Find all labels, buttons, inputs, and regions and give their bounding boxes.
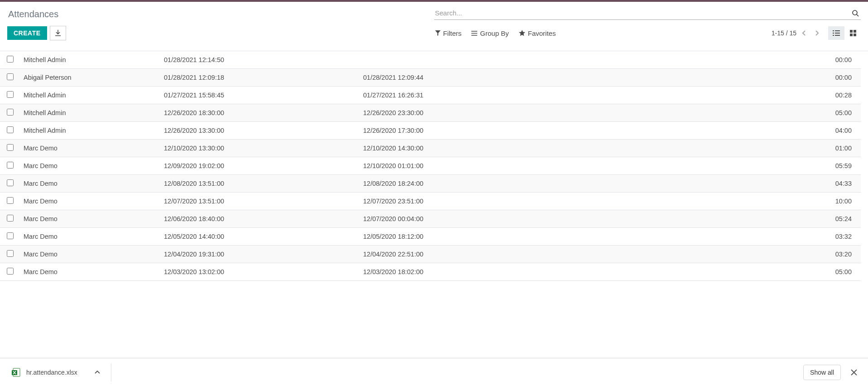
svg-rect-10 [854,34,856,36]
cell-employee: Marc Demo [20,193,160,210]
cell-hours: 05:24 [820,210,861,228]
download-chevron[interactable] [95,371,100,374]
cell-checkout [360,51,820,69]
svg-rect-6 [835,35,840,36]
cell-employee: Mitchell Admin [20,122,160,140]
table-row[interactable]: Marc Demo12/10/2020 13:30:0012/10/2020 1… [0,140,861,157]
svg-rect-7 [850,30,853,33]
favorites-button[interactable]: Favorites [519,29,556,37]
table-row[interactable]: Marc Demo12/06/2020 18:40:0012/07/2020 0… [0,210,861,228]
groupby-button[interactable]: Group By [471,29,508,37]
row-checkbox[interactable] [7,73,14,80]
cell-checkin: 12/10/2020 13:30:00 [160,140,360,157]
cell-checkin: 01/28/2021 12:09:18 [160,69,360,87]
list-view-button[interactable] [828,26,844,40]
row-checkbox[interactable] [7,268,14,275]
star-icon [519,30,525,36]
pager-prev[interactable] [799,28,809,38]
cell-employee: Marc Demo [20,175,160,193]
row-checkbox[interactable] [7,232,14,239]
svg-rect-8 [854,30,856,33]
svg-rect-9 [850,34,853,36]
cell-hours: 00:00 [820,69,861,87]
cell-hours: 04:33 [820,175,861,193]
cell-hours: 05:59 [820,157,861,175]
close-downloads-button[interactable] [847,367,861,377]
search-input[interactable] [434,7,850,19]
table-row[interactable]: Mitchell Admin12/26/2020 18:30:0012/26/2… [0,104,861,122]
table-row[interactable]: Mitchell Admin12/26/2020 13:30:0012/26/2… [0,122,861,140]
chevron-right-icon [815,30,819,36]
cell-checkin: 12/09/2020 19:02:00 [160,157,360,175]
cell-employee: Marc Demo [20,157,160,175]
chevron-up-icon [95,371,100,374]
svg-rect-2 [835,30,840,31]
table-row[interactable]: Marc Demo12/08/2020 13:51:0012/08/2020 1… [0,175,861,193]
table-row[interactable]: Marc Demo12/04/2020 19:31:0012/04/2020 2… [0,246,861,263]
cell-hours: 03:32 [820,228,861,246]
cell-checkin: 12/03/2020 13:02:00 [160,263,360,281]
pager-range[interactable]: 1-15 / 15 [772,29,796,37]
table-row[interactable]: Marc Demo12/07/2020 13:51:0012/07/2020 2… [0,193,861,210]
attendance-table: Mitchell Admin01/28/2021 12:14:5000:00Ab… [0,51,861,281]
kanban-view-button[interactable] [845,26,861,40]
svg-rect-1 [833,30,834,31]
row-checkbox[interactable] [7,144,14,151]
list-icon [471,31,477,36]
filters-button[interactable]: Filters [435,29,462,37]
table-row[interactable]: Mitchell Admin01/28/2021 12:14:5000:00 [0,51,861,69]
favorites-label: Favorites [528,29,556,37]
svg-rect-5 [833,35,834,36]
cell-checkout: 12/10/2020 01:01:00 [360,157,820,175]
chevron-left-icon [802,30,806,36]
table-row[interactable]: Marc Demo12/09/2020 19:02:0012/10/2020 0… [0,157,861,175]
download-chip[interactable]: hr.attendance.xlsx [7,363,111,381]
cell-checkout: 12/26/2020 23:30:00 [360,104,820,122]
row-checkbox[interactable] [7,162,14,169]
create-button[interactable]: Create [7,26,47,40]
download-bar: hr.attendance.xlsx Show all [0,358,868,386]
table-row[interactable]: Marc Demo12/03/2020 13:02:0012/03/2020 1… [0,263,861,281]
download-icon [55,30,61,36]
cell-checkin: 12/26/2020 13:30:00 [160,122,360,140]
svg-rect-3 [833,33,834,34]
search-icon[interactable] [850,10,861,17]
show-all-button[interactable]: Show all [803,365,841,380]
cell-checkin: 12/07/2020 13:51:00 [160,193,360,210]
cell-hours: 01:00 [820,140,861,157]
pager-next[interactable] [812,28,822,38]
cell-checkin: 12/26/2020 18:30:00 [160,104,360,122]
cell-hours: 10:00 [820,193,861,210]
pager: 1-15 / 15 [772,28,822,38]
close-icon [851,369,857,376]
row-checkbox[interactable] [7,56,14,63]
table-row[interactable]: Abigail Peterson01/28/2021 12:09:1801/28… [0,69,861,87]
row-checkbox[interactable] [7,109,14,116]
row-checkbox[interactable] [7,197,14,204]
page-title: Attendances [7,6,434,26]
row-checkbox[interactable] [7,126,14,133]
cell-hours: 00:00 [820,51,861,69]
table-row[interactable]: Marc Demo12/05/2020 14:40:0012/05/2020 1… [0,228,861,246]
row-checkbox[interactable] [7,91,14,98]
export-button[interactable] [50,26,66,40]
cell-checkout: 12/08/2020 18:24:00 [360,175,820,193]
search-bar[interactable] [434,6,861,20]
row-checkbox[interactable] [7,250,14,257]
table-row[interactable]: Mitchell Admin01/27/2021 15:58:4501/27/2… [0,87,861,104]
cell-employee: Marc Demo [20,210,160,228]
cell-checkout: 01/28/2021 12:09:44 [360,69,820,87]
list-view-icon [833,30,840,36]
row-checkbox[interactable] [7,215,14,222]
cell-checkin: 12/06/2020 18:40:00 [160,210,360,228]
table-scroll[interactable]: Mitchell Admin01/28/2021 12:14:5000:00Ab… [0,51,868,353]
cell-hours: 05:00 [820,104,861,122]
funnel-icon [435,30,441,36]
cell-employee: Mitchell Admin [20,104,160,122]
groupby-label: Group By [480,29,508,37]
row-checkbox[interactable] [7,179,14,186]
cell-employee: Mitchell Admin [20,51,160,69]
cell-employee: Marc Demo [20,228,160,246]
cell-hours: 03:20 [820,246,861,263]
cell-hours: 00:28 [820,87,861,104]
